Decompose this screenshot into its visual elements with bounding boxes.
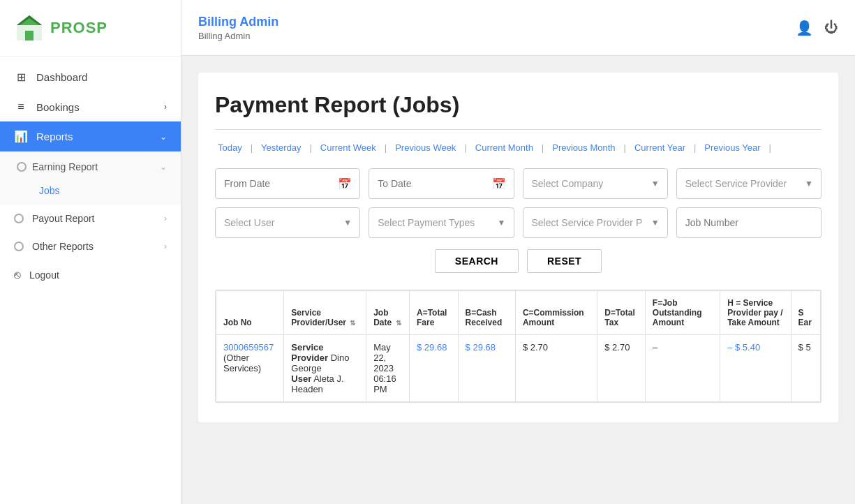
col-total-fare: A=Total Fare (409, 291, 458, 335)
sidebar-label-other-reports: Other Reports (32, 241, 94, 252)
reports-chevron: ⌄ (160, 132, 167, 142)
svg-rect-2 (25, 31, 34, 40)
top-bar: Billing Admin Billing Admin 👤 ⏻ (181, 0, 855, 56)
select-company[interactable]: Select Company (523, 168, 668, 199)
sidebar-label-payout-report: Payout Report (32, 213, 95, 224)
payout-chevron: › (164, 214, 167, 223)
select-payment-types-wrapper: Select Payment Types ▼ (369, 207, 514, 238)
reset-button[interactable]: RESET (527, 249, 602, 273)
btn-row: SEARCH RESET (215, 249, 821, 273)
sidebar: PROSP ⊞ Dashboard ≡ Bookings › 📊 Reports… (0, 0, 181, 504)
content-area: Payment Report (Jobs) Today | Yesterday … (181, 56, 855, 504)
cell-total-fare: $ 29.68 (409, 335, 458, 402)
filter-today[interactable]: Today (215, 141, 245, 154)
earning-report-circle (17, 162, 27, 172)
table-row: 3000659567 (Other Services) Service Prov… (216, 335, 821, 402)
filter-row-2: Select User ▼ Select Payment Types ▼ Sel… (215, 207, 821, 238)
to-date-calendar-icon: 📅 (492, 177, 506, 191)
col-total-tax: D=Total Tax (597, 291, 646, 335)
results-table: Job No Service Provider/User ⇅ Job Date … (216, 290, 821, 402)
sidebar-label-bookings: Bookings (36, 101, 80, 113)
logo: PROSP (0, 0, 181, 57)
main-content: Billing Admin Billing Admin 👤 ⏻ Payment … (181, 0, 855, 504)
select-sp-provider-wrapper: Select Service Provider P ▼ (523, 207, 668, 238)
job-number-input[interactable] (676, 207, 821, 238)
job-date: May 22, 2023 (373, 342, 394, 373)
filter-previous-year[interactable]: Previous Year (701, 141, 763, 154)
top-bar-icons: 👤 ⏻ (796, 20, 838, 36)
date-filters: Today | Yesterday | Current Week | Previ… (215, 141, 821, 154)
col-job-no: Job No (216, 291, 284, 335)
filter-current-year[interactable]: Current Year (632, 141, 688, 154)
sidebar-item-dashboard[interactable]: ⊞ Dashboard (0, 62, 181, 92)
earning-report-chevron: ⌄ (160, 162, 167, 172)
sidebar-item-reports[interactable]: 📊 Reports ⌄ (0, 121, 181, 151)
sidebar-item-jobs[interactable]: Jobs (0, 179, 181, 202)
job-number-wrapper (676, 207, 821, 238)
take-amount-link[interactable]: – $ 5.40 (727, 342, 760, 353)
reports-icon: 📊 (14, 130, 28, 143)
cell-cash-received: $ 29.68 (458, 335, 515, 402)
payout-report-circle (14, 214, 24, 223)
from-date-wrapper: 📅 (215, 168, 360, 199)
top-bar-info: Billing Admin Billing Admin (198, 15, 278, 41)
sidebar-item-logout[interactable]: ⎋ Logout (0, 260, 181, 290)
user-label: User (291, 373, 311, 384)
bookings-icon: ≡ (14, 101, 28, 113)
cash-received-link[interactable]: $ 29.68 (466, 342, 496, 353)
sidebar-item-payout-report[interactable]: Payout Report › (0, 205, 181, 232)
job-time: 06:16 PM (373, 373, 396, 394)
col-sp-user: Service Provider/User ⇅ (284, 291, 366, 335)
col-take-amount: H = Service Provider pay / Take Amount (720, 291, 791, 335)
sidebar-label-reports: Reports (36, 131, 73, 142)
sp-user-sort-icon[interactable]: ⇅ (350, 319, 355, 327)
filter-current-month[interactable]: Current Month (473, 141, 536, 154)
power-icon[interactable]: ⏻ (824, 20, 838, 36)
select-user-wrapper: Select User ▼ (215, 207, 360, 238)
cell-sp-user: Service Provider Dino George User Aleta … (284, 335, 366, 402)
from-date-calendar-icon: 📅 (338, 177, 352, 191)
logout-icon: ⎋ (14, 269, 21, 281)
sidebar-item-bookings[interactable]: ≡ Bookings › (0, 92, 181, 121)
filter-previous-month[interactable]: Previous Month (549, 141, 618, 154)
search-button[interactable]: SEARCH (435, 249, 519, 273)
filter-current-week[interactable]: Current Week (318, 141, 379, 154)
top-bar-title: Billing Admin (198, 15, 278, 29)
cell-s-ear: $ 5 (791, 335, 820, 402)
filter-yesterday[interactable]: Yesterday (258, 141, 304, 154)
select-service-provider[interactable]: Select Service Provider (676, 168, 821, 199)
select-service-provider-wrapper: Select Service Provider ▼ (676, 168, 821, 199)
sp-label: Service Provider (291, 342, 328, 363)
to-date-wrapper: 📅 (369, 168, 514, 199)
cell-job-no: 3000659567 (Other Services) (216, 335, 284, 402)
job-no-link[interactable]: 3000659567 (223, 342, 274, 353)
total-fare-link[interactable]: $ 29.68 (417, 342, 447, 353)
results-table-wrapper: Job No Service Provider/User ⇅ Job Date … (215, 290, 821, 403)
col-job-date: Job Date ⇅ (366, 291, 410, 335)
sidebar-label-earning-report: Earning Report (32, 161, 98, 172)
cell-job-date: May 22, 2023 06:16 PM (366, 335, 410, 402)
page-title: Payment Report (Jobs) (215, 92, 821, 130)
select-company-wrapper: Select Company ▼ (523, 168, 668, 199)
select-sp-provider[interactable]: Select Service Provider P (523, 207, 668, 238)
select-user[interactable]: Select User (215, 207, 360, 238)
top-bar-subtitle: Billing Admin (198, 31, 278, 41)
filter-previous-week[interactable]: Previous Week (392, 141, 459, 154)
col-outstanding: F=Job Outstanding Amount (645, 291, 720, 335)
dashboard-icon: ⊞ (14, 71, 28, 84)
sidebar-item-other-reports[interactable]: Other Reports › (0, 232, 181, 260)
main-card: Payment Report (Jobs) Today | Yesterday … (198, 73, 838, 422)
job-date-sort-icon[interactable]: ⇅ (396, 319, 401, 327)
sidebar-label-logout: Logout (29, 269, 59, 281)
sidebar-label-dashboard: Dashboard (36, 71, 87, 83)
sidebar-nav: ⊞ Dashboard ≡ Bookings › 📊 Reports ⌄ Ear… (0, 57, 181, 504)
col-s-ear: S Ear (791, 291, 820, 335)
sidebar-item-earning-report[interactable]: Earning Report ⌄ (0, 154, 181, 179)
cell-total-tax: $ 2.70 (597, 335, 646, 402)
select-payment-types[interactable]: Select Payment Types (369, 207, 514, 238)
other-reports-circle (14, 242, 24, 251)
bookings-chevron: › (164, 102, 167, 112)
filter-row-1: 📅 📅 Select Company ▼ Select Service Prov… (215, 168, 821, 199)
user-icon[interactable]: 👤 (796, 20, 813, 36)
cell-commission: $ 2.70 (515, 335, 597, 402)
